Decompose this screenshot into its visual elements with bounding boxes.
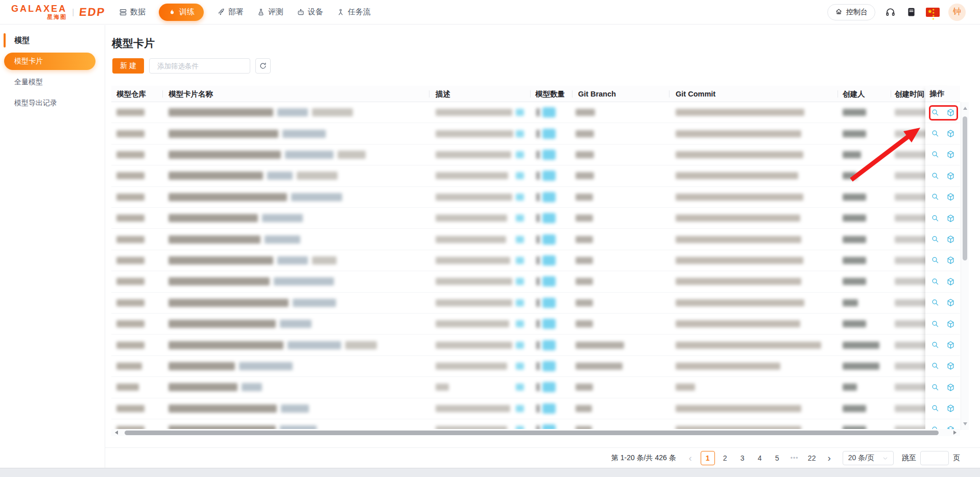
- redacted-blob: [536, 404, 540, 413]
- redacted-blob: [285, 151, 333, 159]
- redacted-blob: [436, 257, 510, 264]
- redacted-blob: [265, 235, 300, 244]
- preview-icon[interactable]: [931, 193, 940, 201]
- preview-icon[interactable]: [931, 235, 940, 244]
- docs-book-icon[interactable]: [905, 6, 917, 18]
- model-cube-icon[interactable]: [946, 277, 955, 286]
- preview-icon[interactable]: [931, 383, 940, 392]
- model-cube-icon[interactable]: [946, 214, 955, 223]
- preview-icon[interactable]: [931, 404, 940, 413]
- redacted-blob: [436, 151, 511, 158]
- next-page-button[interactable]: ›: [823, 451, 835, 465]
- model-cube-icon[interactable]: [946, 235, 955, 244]
- redacted-blob: [116, 278, 145, 285]
- new-button[interactable]: 新 建: [112, 58, 144, 74]
- redacted-blob: [169, 235, 260, 244]
- model-cube-icon[interactable]: [946, 129, 955, 138]
- jump-page-input[interactable]: [920, 451, 949, 465]
- preview-icon[interactable]: [931, 320, 940, 328]
- nav-item-workflow[interactable]: 任务流: [337, 7, 371, 17]
- model-cube-icon[interactable]: [946, 362, 955, 370]
- scroll-down-arrow[interactable]: [963, 422, 967, 425]
- sidebar-item-2[interactable]: 模型导出记录: [4, 94, 95, 112]
- preview-icon[interactable]: [931, 129, 940, 138]
- page-button-3[interactable]: 3: [735, 451, 750, 465]
- redacted-blob: [516, 384, 524, 391]
- language-flag-icon[interactable]: ★ ★ ★★ ★: [926, 8, 940, 17]
- page-button-4[interactable]: 4: [753, 451, 767, 465]
- preview-icon[interactable]: [931, 172, 940, 180]
- preview-icon[interactable]: [931, 256, 940, 265]
- redacted-blob: [676, 257, 803, 264]
- preview-icon[interactable]: [931, 277, 940, 286]
- redacted-blob: [576, 320, 593, 327]
- redacted-blob: [676, 151, 803, 158]
- nav-item-flame[interactable]: 训练: [159, 4, 204, 21]
- redacted-blob: [516, 214, 524, 222]
- preview-icon[interactable]: [931, 298, 940, 307]
- model-cube-icon[interactable]: [946, 193, 955, 201]
- filter-input[interactable]: [157, 62, 248, 70]
- table-row-5: [111, 187, 960, 208]
- filter-search-box[interactable]: [149, 58, 250, 74]
- model-cube-icon[interactable]: [946, 320, 955, 328]
- redacted-blob: [516, 278, 524, 285]
- nav-item-robot[interactable]: 设备: [297, 7, 323, 17]
- redacted-blob: [576, 363, 623, 370]
- redacted-blob: [116, 172, 145, 179]
- scroll-right-arrow[interactable]: [953, 431, 957, 435]
- console-button[interactable]: 控制台: [827, 4, 875, 20]
- redacted-blob: [576, 342, 624, 349]
- model-cube-icon[interactable]: [946, 172, 955, 180]
- model-cube-icon[interactable]: [946, 108, 955, 117]
- model-cube-icon[interactable]: [946, 404, 955, 413]
- user-avatar[interactable]: 钟: [948, 4, 966, 21]
- table-header: 模型仓库模型卡片名称描述模型数量Git BranchGit Commit创建人创…: [111, 86, 960, 102]
- redacted-blob: [536, 214, 540, 222]
- redacted-blob: [676, 320, 800, 327]
- sidebar-item-1[interactable]: 全量模型: [4, 74, 95, 91]
- preview-icon[interactable]: [931, 150, 940, 159]
- page-size-select[interactable]: 20 条/页: [843, 451, 894, 465]
- nav-item-flask[interactable]: 评测: [257, 7, 283, 17]
- vertical-scroll-thumb[interactable]: [963, 116, 967, 260]
- scroll-left-arrow[interactable]: [115, 431, 118, 435]
- page-button-22[interactable]: 22: [805, 451, 819, 465]
- vertical-scrollbar[interactable]: [961, 102, 969, 430]
- preview-icon[interactable]: [931, 108, 940, 117]
- scroll-up-arrow[interactable]: [963, 107, 967, 110]
- redacted-blob: [576, 109, 595, 116]
- page-button-5[interactable]: 5: [770, 451, 784, 465]
- model-cube-icon[interactable]: [946, 256, 955, 265]
- page-button-2[interactable]: 2: [718, 451, 732, 465]
- headset-icon[interactable]: [884, 6, 896, 18]
- prev-page-button[interactable]: ‹: [684, 451, 697, 465]
- sidebar-item-0[interactable]: 模型卡片: [4, 53, 95, 70]
- main-nav: 数据训练部署评测设备任务流: [119, 4, 371, 21]
- model-cube-icon[interactable]: [946, 150, 955, 159]
- redacted-blob: [542, 382, 556, 392]
- horizontal-scroll-thumb[interactable]: [125, 431, 939, 435]
- refresh-button[interactable]: [255, 58, 271, 74]
- redacted-blob: [542, 340, 556, 350]
- redacted-blob: [436, 320, 509, 327]
- redacted-blob: [843, 384, 857, 391]
- page-button-1[interactable]: 1: [701, 451, 715, 465]
- model-cube-icon[interactable]: [946, 383, 955, 392]
- model-cube-icon[interactable]: [946, 298, 955, 307]
- nav-item-rocket[interactable]: 部署: [217, 7, 244, 17]
- redacted-blob: [843, 151, 861, 158]
- preview-icon[interactable]: [931, 214, 940, 223]
- preview-icon[interactable]: [931, 341, 940, 349]
- redacted-blob: [169, 277, 270, 285]
- redacted-blob: [542, 319, 556, 329]
- preview-icon[interactable]: [931, 362, 940, 370]
- redacted-blob: [843, 130, 866, 137]
- model-cube-icon[interactable]: [946, 341, 955, 349]
- nav-item-database[interactable]: 数据: [119, 7, 146, 17]
- logo-divider: |: [72, 7, 74, 17]
- redacted-blob: [169, 362, 235, 370]
- redacted-blob: [436, 172, 508, 179]
- horizontal-scrollbar[interactable]: [111, 429, 960, 436]
- redacted-blob: [262, 214, 303, 222]
